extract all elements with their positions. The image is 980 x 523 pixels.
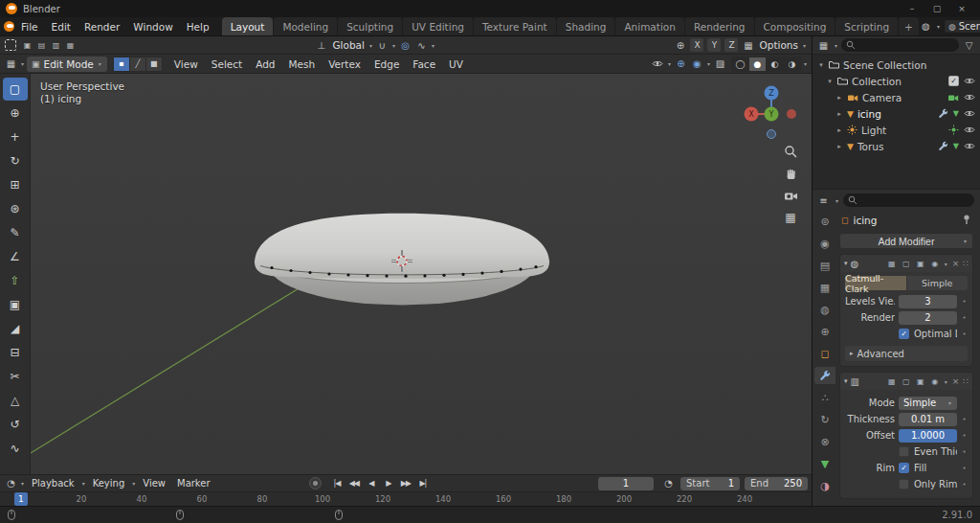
timeline-editor-icon[interactable]: ◔ [4, 476, 18, 490]
playhead[interactable]: 1 [14, 492, 28, 506]
outliner-editor-icon[interactable]: ▦ [816, 38, 831, 53]
chevron-down-icon[interactable]: ▾ [804, 60, 807, 67]
active-tool-select-box-icon[interactable] [5, 39, 16, 51]
current-frame-field[interactable]: 1 [598, 477, 654, 490]
pan-hand-icon[interactable] [782, 165, 799, 182]
add-workspace-button[interactable]: + [899, 17, 919, 35]
disclosure-icon[interactable]: ▸ [835, 143, 843, 150]
disclosure-icon[interactable]: ▸ [835, 126, 843, 134]
properties-search-input[interactable] [843, 193, 974, 207]
breadcrumb-object-name[interactable]: icing [853, 215, 877, 226]
tool-measure[interactable]: ∠ [3, 245, 28, 268]
tool-inset-faces[interactable]: ▣ [3, 293, 28, 316]
properties-tab-constraints[interactable]: ⊗ [814, 433, 835, 450]
eye-icon[interactable] [964, 125, 975, 134]
play-button[interactable]: ▶ [380, 477, 396, 490]
chevron-down-icon[interactable]: ▾ [432, 42, 434, 49]
prev-keyframe-button[interactable]: ◀◀ [345, 477, 362, 490]
tool-scale[interactable]: ⊞ [3, 173, 28, 196]
minimize-button[interactable]: – [900, 0, 924, 17]
workspace-tab-animation[interactable]: Animation [615, 17, 684, 35]
select-mode-intersect-icon[interactable]: ▦ [64, 41, 77, 50]
ortho-grid-icon[interactable]: ▦ [782, 209, 799, 226]
offset-slider[interactable]: 1.0000 [899, 429, 957, 443]
animate-dot-icon[interactable]: • [961, 465, 968, 472]
delete-modifier-button[interactable]: × [951, 376, 961, 386]
menu-face[interactable]: Face [407, 58, 441, 70]
properties-tab-world[interactable]: ⊕ [814, 323, 835, 340]
workspace-tab-modeling[interactable]: Modeling [274, 17, 337, 35]
tool-rotate[interactable]: ↻ [3, 149, 28, 172]
animate-dot-icon[interactable]: • [961, 481, 968, 489]
menu-keying[interactable]: Keying [88, 478, 130, 489]
modifier-wrench-icon[interactable] [938, 141, 948, 151]
transform-orientation-dropdown[interactable]: Global [330, 39, 367, 51]
workspace-tab-scripting[interactable]: Scripting [835, 17, 898, 35]
solidify-modifier-header[interactable]: ▾ ▥ ▦ ▢ ▣ ◉ ▾ × ∷ [840, 373, 972, 390]
rim-fill-checkbox[interactable]: ✓ [899, 463, 909, 473]
menu-uv[interactable]: UV [443, 58, 469, 70]
workspace-tab-layout[interactable]: Layout [222, 17, 274, 35]
optimal-display-checkbox[interactable]: ✓ [899, 329, 909, 339]
tool-loop-cut[interactable]: ⊟ [3, 341, 28, 364]
menu-playback[interactable]: Playback [27, 478, 79, 489]
overlays-toggle-icon[interactable]: ◉ [690, 57, 704, 71]
viewport-3d[interactable]: ▢ ⊕ + ↻ ⊞ ⊛ ✎ ∠ ⇧ ▣ ◢ ⊟ ✂ △ ↺ ∿ [0, 74, 812, 474]
zoom-icon[interactable] [782, 143, 799, 160]
menu-view[interactable]: View [168, 58, 204, 70]
tool-poly-build[interactable]: △ [3, 389, 28, 412]
render-toggle[interactable]: ◉ [929, 260, 941, 268]
show-hide-eye-icon[interactable] [651, 57, 665, 71]
camera-data-icon[interactable] [947, 93, 959, 102]
modifier-wrench-icon[interactable] [938, 108, 948, 119]
app-menu-blender-icon[interactable] [4, 21, 14, 32]
properties-tab-particles[interactable]: ∴ [814, 389, 835, 406]
properties-tab-data[interactable]: ▼ [814, 455, 835, 472]
select-mode-extend-icon[interactable]: ▤ [35, 41, 48, 50]
properties-tab-physics[interactable]: ↻ [814, 411, 835, 428]
gizmos-toggle-icon[interactable]: ⊕ [674, 57, 688, 71]
chevron-down-icon[interactable]: ▾ [369, 42, 372, 49]
proportional-editing-icon[interactable]: ◎ [398, 38, 412, 53]
outliner-row-torus[interactable]: ▸ ▼ Torus ▼ [813, 138, 980, 154]
drag-handle-icon[interactable]: ∷ [963, 376, 969, 386]
catmull-clark-button[interactable]: Catmull-Clark [845, 276, 906, 290]
chevron-down-icon[interactable]: ▾ [392, 42, 395, 49]
tool-move[interactable]: + [3, 125, 28, 148]
disclosure-icon[interactable]: ▸ [835, 94, 843, 102]
properties-tab-modifiers[interactable] [814, 367, 835, 384]
edit-mode-toggle[interactable]: ▢ [901, 260, 912, 268]
navigation-gizmo[interactable]: Z X Y [741, 80, 802, 141]
on-cage-toggle[interactable]: ▦ [886, 260, 898, 268]
close-button[interactable]: × [949, 0, 974, 17]
levels-viewport-field[interactable]: 3 [899, 295, 957, 308]
eye-icon[interactable] [964, 109, 975, 118]
frame-start-field[interactable]: Start1 [680, 477, 740, 490]
jump-start-button[interactable]: |◀ [328, 477, 345, 490]
animate-dot-icon[interactable]: • [961, 330, 968, 338]
edit-mode-toggle[interactable]: ▢ [901, 377, 912, 386]
next-keyframe-button[interactable]: ▶▶ [397, 477, 413, 490]
xray-toggle-icon[interactable]: ▨ [713, 57, 727, 71]
animate-dot-icon[interactable]: • [961, 416, 968, 423]
workspace-tab-compositing[interactable]: Compositing [755, 17, 835, 35]
workspace-tab-rendering[interactable]: Rendering [685, 17, 754, 35]
outliner-row-collection[interactable]: ▾ Collection ✓ [813, 73, 980, 89]
solid-shading-button[interactable]: ● [749, 57, 766, 71]
properties-editor-icon[interactable]: ≡ [816, 193, 831, 208]
properties-tab-material[interactable]: ◑ [814, 477, 835, 494]
tool-bevel[interactable]: ◢ [3, 317, 28, 340]
only-rim-checkbox[interactable] [899, 479, 909, 489]
properties-tab-output[interactable]: ▤ [814, 257, 835, 274]
workspace-tab-uv-editing[interactable]: UV Editing [403, 17, 473, 35]
modifier-extras-chevron-icon[interactable]: ▾ [945, 378, 947, 385]
gizmo-z-negative[interactable] [768, 130, 776, 139]
solidify-mode-dropdown[interactable]: Simple ▾ [899, 397, 957, 410]
outliner-row-scene-collection[interactable]: ▾ Scene Collection [813, 57, 980, 73]
jump-end-button[interactable]: ▶| [414, 477, 431, 490]
realtime-toggle[interactable]: ▣ [915, 377, 926, 386]
edge-select-button[interactable]: ╱ [130, 57, 145, 71]
tool-smooth[interactable]: ∿ [3, 437, 28, 460]
eye-icon[interactable] [964, 77, 975, 85]
menu-help[interactable]: Help [180, 17, 216, 35]
